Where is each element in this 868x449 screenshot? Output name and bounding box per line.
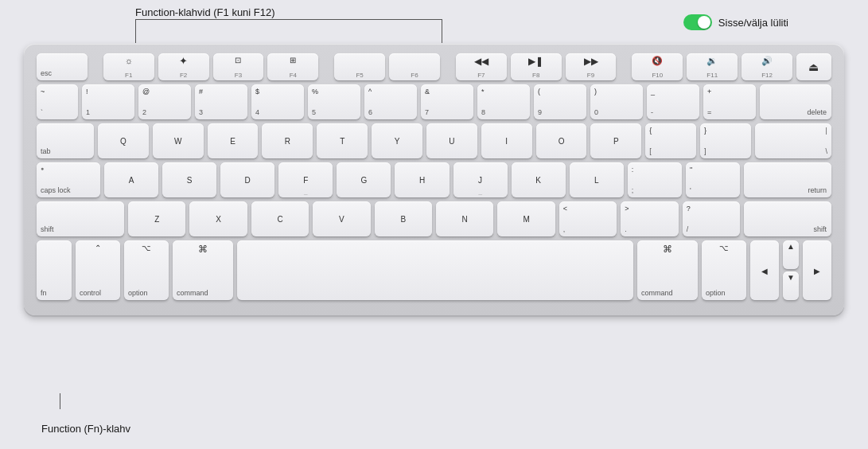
key-eject[interactable]: ⏏ — [796, 53, 831, 80]
key-bracket-open[interactable]: { [ — [645, 123, 696, 158]
toggle-label: Sisse/välja lüliti — [718, 17, 788, 29]
key-option-left[interactable]: ⌥ option — [124, 240, 169, 300]
key-j[interactable]: J _ — [453, 162, 508, 197]
key-4[interactable]: $ 4 — [251, 84, 304, 119]
key-e[interactable]: E — [208, 123, 259, 158]
key-f[interactable]: F _ — [278, 162, 333, 197]
key-z[interactable]: Z — [128, 201, 185, 236]
key-n[interactable]: N — [436, 201, 493, 236]
key-b[interactable]: B — [375, 201, 432, 236]
key-return[interactable]: | \ — [755, 123, 831, 158]
keyboard: esc ☼ F1 ✦ F2 ⊡ F3 ⊞ F4 F5 — [24, 44, 844, 315]
key-l[interactable]: L — [570, 162, 624, 197]
key-u[interactable]: U — [426, 123, 477, 158]
key-o[interactable]: O — [536, 123, 587, 158]
key-period[interactable]: > . — [621, 201, 678, 236]
toggle-track — [683, 14, 712, 30]
key-minus[interactable]: _ - — [647, 84, 699, 119]
key-8[interactable]: * 8 — [477, 84, 530, 119]
key-command-right[interactable]: ⌘ command — [637, 240, 698, 300]
key-caps-lock[interactable]: ● caps lock — [37, 162, 100, 197]
fn-key-row: esc ☼ F1 ✦ F2 ⊡ F3 ⊞ F4 F5 — [37, 53, 831, 80]
key-f8[interactable]: ▶❚ F8 — [511, 53, 562, 80]
annotation-line-top — [135, 19, 442, 20]
key-v[interactable]: V — [313, 201, 370, 236]
key-1[interactable]: ! 1 — [82, 84, 134, 119]
key-f12[interactable]: 🔊 F12 — [741, 53, 792, 80]
key-6[interactable]: ^ 6 — [364, 84, 417, 119]
key-f5[interactable]: F5 — [334, 53, 385, 80]
key-arrow-left[interactable]: ◀ — [750, 240, 779, 300]
key-f11[interactable]: 🔉 F11 — [687, 53, 738, 80]
key-x[interactable]: X — [189, 201, 247, 236]
key-arrow-down[interactable]: ▼ — [783, 271, 799, 300]
fn-key-annotation: Function (Fn)-klahv — [41, 423, 130, 435]
key-arrow-right[interactable]: ▶ — [803, 240, 831, 300]
key-shift-right[interactable]: shift — [744, 201, 831, 236]
key-9[interactable]: ( 9 — [534, 84, 586, 119]
key-f10[interactable]: 🔇 F10 — [632, 53, 683, 80]
power-toggle[interactable]: Sisse/välja lüliti — [683, 14, 788, 30]
key-control[interactable]: ⌃ control — [76, 240, 120, 300]
key-m[interactable]: M — [497, 201, 555, 236]
key-slash[interactable]: ? / — [683, 201, 740, 236]
annotation-line-left — [135, 19, 136, 43]
key-y[interactable]: Y — [372, 123, 422, 158]
key-i[interactable]: I — [481, 123, 532, 158]
key-d[interactable]: D — [220, 162, 274, 197]
qwerty-key-row: tab Q W E R T Y U I — [37, 123, 831, 158]
home-key-row: ● caps lock A S D F _ G H J — [37, 162, 831, 197]
number-key-row: ~ ` ! 1 @ 2 # 3 $ 4 % 5 — [37, 84, 831, 119]
shift-key-row: shift Z X C V B N M < — [37, 201, 831, 236]
key-f6[interactable]: F6 — [389, 53, 440, 80]
key-command-left[interactable]: ⌘ command — [173, 240, 233, 300]
key-esc[interactable]: esc — [37, 53, 88, 80]
key-delete[interactable]: delete — [760, 84, 831, 119]
key-quote[interactable]: " ' — [686, 162, 740, 197]
key-f9[interactable]: ▶▶ F9 — [566, 53, 617, 80]
key-w[interactable]: W — [153, 123, 204, 158]
key-f2[interactable]: ✦ F2 — [158, 53, 209, 80]
key-t[interactable]: T — [317, 123, 368, 158]
key-0[interactable]: ) 0 — [590, 84, 643, 119]
key-r[interactable]: R — [262, 123, 313, 158]
key-return-main[interactable]: return — [744, 162, 831, 197]
key-q[interactable]: Q — [98, 123, 149, 158]
key-a[interactable]: A — [104, 162, 158, 197]
arrow-up-down-col: ▲ ▼ — [783, 240, 799, 300]
key-7[interactable]: & 7 — [421, 84, 473, 119]
key-2[interactable]: @ 2 — [138, 84, 191, 119]
key-5[interactable]: % 5 — [308, 84, 360, 119]
key-p[interactable]: P — [590, 123, 641, 158]
key-k[interactable]: K — [512, 162, 566, 197]
key-f1[interactable]: ☼ F1 — [103, 53, 154, 80]
key-h[interactable]: H — [395, 162, 449, 197]
key-c[interactable]: C — [251, 201, 309, 236]
key-bracket-close[interactable]: } ] — [700, 123, 751, 158]
key-shift-left[interactable]: shift — [37, 201, 124, 236]
key-semicolon[interactable]: : ; — [628, 162, 682, 197]
key-equals[interactable]: + = — [703, 84, 756, 119]
bottom-key-row: fn ⌃ control ⌥ option ⌘ command ⌘ comman… — [37, 240, 831, 300]
key-f3[interactable]: ⊡ F3 — [213, 53, 264, 80]
key-f4[interactable]: ⊞ F4 — [267, 53, 318, 80]
key-3[interactable]: # 3 — [195, 84, 247, 119]
key-arrow-up[interactable]: ▲ — [783, 240, 799, 269]
annotation-line-right — [442, 19, 442, 43]
key-option-right[interactable]: ⌥ option — [702, 240, 746, 300]
key-comma[interactable]: < , — [559, 201, 617, 236]
key-f7[interactable]: ◀◀ F7 — [456, 53, 507, 80]
key-s[interactable]: S — [162, 162, 216, 197]
keyboard-container: esc ☼ F1 ✦ F2 ⊡ F3 ⊞ F4 F5 — [24, 44, 844, 401]
key-space[interactable] — [237, 240, 633, 300]
key-fn[interactable]: fn — [37, 240, 72, 300]
key-g[interactable]: G — [337, 162, 391, 197]
key-backtick[interactable]: ~ ` — [37, 84, 78, 119]
toggle-thumb — [698, 16, 710, 29]
function-keys-annotation: Function-klahvid (F1 kuni F12) — [135, 6, 275, 18]
key-tab[interactable]: tab — [37, 123, 94, 158]
